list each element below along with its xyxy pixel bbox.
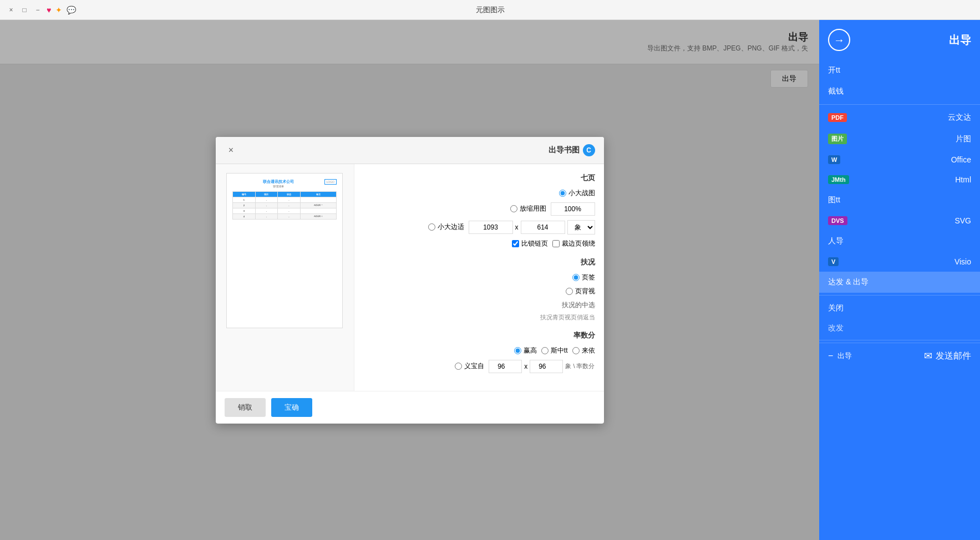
menu-item-image[interactable]: 图片 片图 xyxy=(819,128,980,150)
border-checkbox[interactable] xyxy=(552,240,560,247)
preview-row-4: 4--内容说明 二 xyxy=(233,213,337,219)
preview-image: 联合通讯技术公司 管理清单 LOGO 编号 xyxy=(226,173,343,328)
lock-aspect-checkbox[interactable] xyxy=(512,240,519,247)
minus-icon[interactable]: − xyxy=(828,351,833,361)
preview-logo: LOGO xyxy=(324,179,337,185)
zoom-radio[interactable] xyxy=(510,205,517,212)
maximize-window-btn[interactable]: □ xyxy=(20,6,29,14)
menu-item-image-label: 片图 xyxy=(956,134,971,144)
custom-size-radio[interactable] xyxy=(428,223,435,231)
html-badge: JMth xyxy=(828,175,849,184)
preview-row-1: 1-- xyxy=(233,197,337,202)
menu-item-filter[interactable]: 图tt xyxy=(819,190,980,211)
menu-item-export-share[interactable]: 达发 & 出导 xyxy=(819,272,980,293)
background-option[interactable]: 页背视 xyxy=(566,287,595,296)
star-icon: ✦ xyxy=(55,6,62,14)
modal-close-button[interactable]: × xyxy=(225,144,238,157)
svg-badge: DVS xyxy=(828,216,847,225)
high-res-option[interactable]: 赢高 xyxy=(514,346,537,355)
menu-item-svg[interactable]: DVS SVG xyxy=(819,211,980,231)
border-option[interactable]: 裁边页领绕 xyxy=(552,239,595,248)
high-res-label: 赢高 xyxy=(524,346,537,355)
modal-title: 出导书图 xyxy=(549,145,580,155)
custom-res-label: 义宝自 xyxy=(464,361,484,371)
confirm-button[interactable]: 宝确 xyxy=(271,398,312,417)
page-option[interactable]: 页签 xyxy=(572,273,595,282)
export-dialog: × 出导书图 C xyxy=(216,137,604,424)
heart-icon: ♥ xyxy=(47,6,51,14)
preview-table: 编号 项目 状态 备注 1-- xyxy=(232,191,337,220)
email-icon: ✉ xyxy=(924,350,932,362)
main-content: 出导 导出图文件，支持 BMP、JPEG、PNG、GIF 格式，失 出导 × 出… xyxy=(0,20,980,540)
border-label: 裁边页领绕 xyxy=(562,239,595,248)
medium-res-option[interactable]: 斯中tt xyxy=(541,346,568,355)
x-separator: x xyxy=(515,223,519,231)
menu-item-html[interactable]: JMth Html xyxy=(819,170,980,190)
page-radio[interactable] xyxy=(572,274,580,281)
zoom-input[interactable] xyxy=(551,202,595,216)
multi-page-desc: 扶况青页视页俏返当 xyxy=(363,313,595,322)
modal-body: 联合通讯技术公司 管理清单 LOGO 编号 xyxy=(216,164,604,391)
export-bottom: − 出导 ✉ 发送邮件 xyxy=(819,343,980,369)
multi-page-title: 扶况的中选 xyxy=(363,300,595,310)
modal-overlay: × 出导书图 C xyxy=(0,20,819,540)
preview-th-3: 状态 xyxy=(278,191,301,197)
custom-res-radio[interactable] xyxy=(455,363,462,370)
close-icon: × xyxy=(9,6,13,14)
preview-th-4: 备注 xyxy=(300,191,336,197)
custom-size-option[interactable]: 小大边适 xyxy=(428,222,464,232)
custom-res-option[interactable]: 义宝自 xyxy=(455,361,484,371)
medium-res-radio[interactable] xyxy=(541,347,549,354)
cloud-badge: PDF xyxy=(828,113,847,122)
export-panel-header: → 出导 xyxy=(819,20,980,60)
divider-2 xyxy=(819,295,980,296)
minimize-window-btn[interactable]: − xyxy=(33,6,42,14)
background-label: 页背视 xyxy=(575,287,595,296)
low-res-radio[interactable] xyxy=(572,347,580,354)
export-bottom-label: 出导 xyxy=(837,351,852,361)
menu-item-visio-label: Visio xyxy=(954,257,971,266)
title-bar: × □ − ♥ ✦ 💬 元图图示 xyxy=(0,0,980,20)
divider-1 xyxy=(819,104,980,105)
preview-content: 联合通讯技术公司 管理清单 LOGO 编号 xyxy=(227,174,342,328)
width-res-input[interactable] xyxy=(489,360,522,373)
preview-header-row: 联合通讯技术公司 管理清单 LOGO xyxy=(232,179,337,188)
low-res-option[interactable]: 来依 xyxy=(572,346,595,355)
app-title: 元图图示 xyxy=(476,5,505,15)
close-window-btn[interactable]: × xyxy=(7,6,16,14)
preview-row-3: 3-- xyxy=(233,208,337,213)
minimize-icon: − xyxy=(35,6,39,14)
unit-select[interactable]: 象 xyxy=(567,220,595,235)
lock-aspect-option[interactable]: 比锁链页 xyxy=(512,239,548,248)
menu-item-svg-label: SVG xyxy=(954,216,971,225)
height-res-input[interactable] xyxy=(530,360,563,373)
cancel-button[interactable]: 销取 xyxy=(225,398,266,417)
menu-item-close[interactable]: 关闭 xyxy=(819,298,980,319)
menu-item-person[interactable]: 人导 xyxy=(819,231,980,252)
menu-item-template[interactable]: 截钱 xyxy=(819,81,980,102)
size-inputs: x 象 xyxy=(469,220,595,235)
modal-header: × 出导书图 C xyxy=(216,137,604,164)
custom-size-label: 小大边适 xyxy=(438,222,464,232)
low-res-label: 来依 xyxy=(582,346,595,355)
menu-item-filter-label: 图tt xyxy=(828,195,840,205)
menu-item-office[interactable]: W Office xyxy=(819,150,980,170)
menu-item-open[interactable]: 开tt xyxy=(819,60,980,81)
fit-size-option[interactable]: 小大战图 xyxy=(559,189,595,198)
modal-header-right: 出导书图 C xyxy=(549,144,595,156)
menu-item-visio[interactable]: V Visio xyxy=(819,252,980,272)
menu-item-html-label: Html xyxy=(955,175,971,184)
range-section: 扶况 页签 页背 xyxy=(363,257,595,322)
menu-item-cloud-label: 云文达 xyxy=(948,113,971,123)
menu-item-person-label: 人导 xyxy=(828,236,844,246)
export-arrow-icon[interactable]: → xyxy=(828,29,850,51)
background-radio[interactable] xyxy=(566,288,573,295)
fit-size-radio[interactable] xyxy=(559,190,566,197)
menu-item-cloud[interactable]: PDF 云文达 xyxy=(819,107,980,128)
width-input[interactable] xyxy=(469,221,513,234)
res-x-separator: x xyxy=(524,363,527,370)
high-res-radio[interactable] xyxy=(514,347,521,354)
zoom-option[interactable]: 放缩用图 xyxy=(510,204,546,213)
preview-title-text: 联合通讯技术公司 xyxy=(232,179,324,185)
height-input[interactable] xyxy=(521,221,565,234)
